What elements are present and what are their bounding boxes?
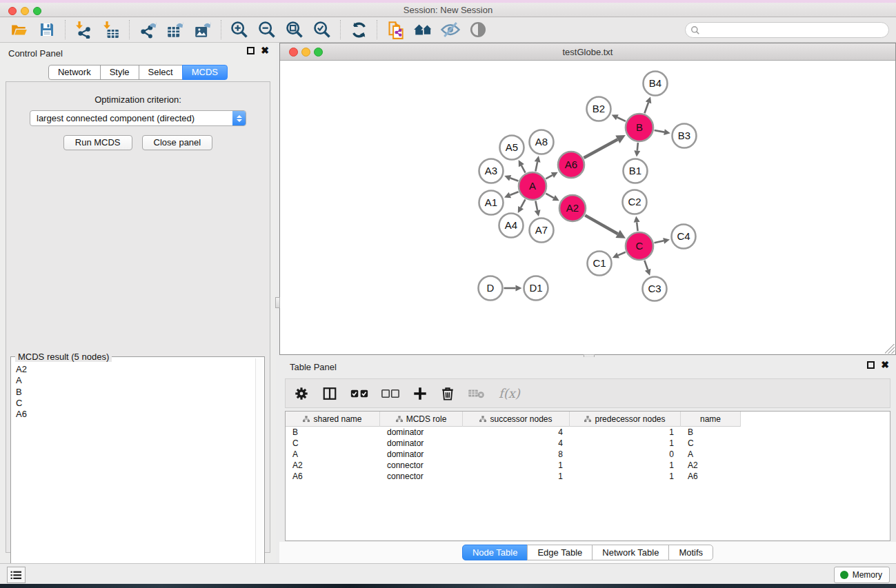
- deselect-all-icon[interactable]: [381, 388, 399, 399]
- table-cell[interactable]: 1: [570, 427, 681, 438]
- table-cell[interactable]: dominator: [380, 438, 463, 449]
- graph-node-B3[interactable]: B3: [673, 124, 697, 148]
- table-cell[interactable]: C: [286, 438, 380, 449]
- graph-edge-C-C3[interactable]: [644, 261, 648, 270]
- graph-node-D[interactable]: D: [479, 276, 503, 301]
- table-row-A6[interactable]: A6connector11A6: [286, 471, 890, 482]
- graph-edge-A-A3[interactable]: [510, 178, 519, 181]
- zoom-fit-icon[interactable]: [283, 19, 306, 40]
- close-panel-icon[interactable]: ✖: [261, 47, 269, 54]
- table-row-B[interactable]: Bdominator41B: [286, 427, 890, 438]
- node-table[interactable]: shared nameMCDS rolesuccessor nodesprede…: [285, 411, 890, 541]
- optimization-criterion-select[interactable]: largest connected component (directed): [30, 110, 246, 126]
- graph-node-B1[interactable]: B1: [624, 159, 648, 183]
- table-row-A2[interactable]: A2connector11A2: [286, 460, 890, 471]
- table-cell[interactable]: 8: [463, 449, 570, 460]
- table-cell[interactable]: A: [286, 449, 380, 460]
- table-cell[interactable]: connector: [380, 471, 463, 482]
- graph-node-C3[interactable]: C3: [643, 277, 667, 301]
- mcds-result-item[interactable]: A2: [16, 364, 264, 375]
- table-cell[interactable]: B: [681, 427, 741, 438]
- task-history-button[interactable]: [7, 567, 26, 583]
- graph-node-B2[interactable]: B2: [587, 97, 611, 121]
- graph-node-A3[interactable]: A3: [479, 159, 504, 183]
- column-header-name[interactable]: name: [681, 412, 741, 427]
- import-table-icon[interactable]: [99, 19, 123, 40]
- table-cell[interactable]: 4: [463, 438, 570, 449]
- graph-edge-B-B4[interactable]: [644, 103, 648, 114]
- graph-edge-C-C1[interactable]: [618, 252, 626, 256]
- graph-edge-B-B3[interactable]: [655, 130, 664, 132]
- tab-edge-table[interactable]: Edge Table: [527, 545, 593, 560]
- graph-node-A7[interactable]: A7: [530, 219, 554, 243]
- table-cell[interactable]: 1: [463, 471, 570, 482]
- mcds-result-item[interactable]: A6: [16, 409, 264, 420]
- select-all-icon[interactable]: [350, 388, 368, 399]
- graph-node-C[interactable]: C: [626, 232, 653, 260]
- delete-icon[interactable]: [441, 386, 455, 401]
- graph-node-A8[interactable]: A8: [530, 130, 554, 154]
- graph-node-C1[interactable]: C1: [588, 252, 612, 276]
- export-network-icon[interactable]: [136, 19, 159, 40]
- graph-node-C4[interactable]: C4: [672, 225, 696, 249]
- graph-edge-A2-C[interactable]: [585, 215, 617, 234]
- close-panel-button[interactable]: Close panel: [142, 135, 213, 150]
- table-cell[interactable]: dominator: [380, 427, 463, 438]
- graph-node-B[interactable]: B: [626, 114, 653, 141]
- float-panel-icon[interactable]: [247, 47, 255, 54]
- graph-node-A5[interactable]: A5: [500, 136, 524, 160]
- graph-edge-B-B2[interactable]: [617, 117, 626, 121]
- mcds-result-item[interactable]: B: [16, 387, 264, 398]
- table-cell[interactable]: 1: [463, 460, 570, 471]
- column-header-MCDS-role[interactable]: MCDS role: [380, 412, 463, 427]
- tab-network-table[interactable]: Network Table: [592, 545, 669, 560]
- graph-edge-A-A5[interactable]: [521, 165, 526, 173]
- graph-edge-A6-B[interactable]: [584, 139, 617, 158]
- graph-node-C2[interactable]: C2: [623, 190, 647, 214]
- table-cell[interactable]: 1: [570, 471, 681, 482]
- tab-motifs[interactable]: Motifs: [668, 545, 713, 560]
- eye-icon[interactable]: [466, 19, 490, 40]
- table-cell[interactable]: connector: [380, 460, 463, 471]
- float-table-panel-icon[interactable]: [867, 361, 875, 369]
- close-table-panel-icon[interactable]: ✖: [881, 361, 889, 369]
- table-cell[interactable]: C: [681, 438, 741, 449]
- network-graph[interactable]: B4B2BB3A8A5A6A3B1AA1C2A2A4A7C4CC1C3DD1: [280, 61, 895, 354]
- zoom-selected-icon[interactable]: [310, 19, 334, 40]
- search-input[interactable]: [704, 24, 888, 37]
- tab-network[interactable]: Network: [48, 65, 101, 80]
- tab-node-table[interactable]: Node Table: [462, 545, 528, 560]
- settings-gear-icon[interactable]: [294, 386, 309, 401]
- open-folder-icon[interactable]: [8, 19, 31, 40]
- window-resize-grip[interactable]: [885, 344, 895, 354]
- tab-select[interactable]: Select: [139, 65, 183, 80]
- graph-node-A4[interactable]: A4: [499, 214, 524, 238]
- graph-node-A2[interactable]: A2: [559, 195, 586, 221]
- run-mcds-button[interactable]: Run MCDS: [63, 135, 132, 150]
- graph-edge-C-C2[interactable]: [637, 222, 637, 231]
- import-network-icon[interactable]: [72, 19, 95, 40]
- memory-button[interactable]: Memory: [834, 567, 890, 583]
- table-cell[interactable]: A: [681, 449, 741, 460]
- table-cell[interactable]: B: [286, 427, 380, 438]
- mcds-result-item[interactable]: A: [16, 375, 264, 386]
- table-cell[interactable]: A6: [286, 471, 380, 482]
- zoom-in-icon[interactable]: [228, 19, 251, 40]
- table-cell[interactable]: 1: [570, 460, 681, 471]
- table-cell[interactable]: 0: [570, 449, 681, 460]
- column-layout-icon[interactable]: [322, 386, 337, 401]
- table-cell[interactable]: 1: [570, 438, 681, 449]
- network-window-titlebar[interactable]: testGlobe.txt: [280, 43, 895, 61]
- duplicate-network-icon[interactable]: [384, 19, 407, 40]
- search-box[interactable]: [685, 22, 889, 38]
- graph-node-A[interactable]: A: [519, 172, 546, 200]
- graph-edge-B-B1[interactable]: [637, 143, 638, 151]
- table-cell[interactable]: A2: [681, 460, 741, 471]
- graph-node-A6[interactable]: A6: [558, 152, 584, 178]
- eye-slash-icon[interactable]: [439, 19, 462, 40]
- graph-edge-A-A6[interactable]: [546, 175, 552, 179]
- result-scrollbar[interactable]: [255, 358, 263, 588]
- table-cell[interactable]: A6: [681, 471, 741, 482]
- column-header-shared-name[interactable]: shared name: [286, 412, 380, 427]
- refresh-icon[interactable]: [347, 19, 370, 40]
